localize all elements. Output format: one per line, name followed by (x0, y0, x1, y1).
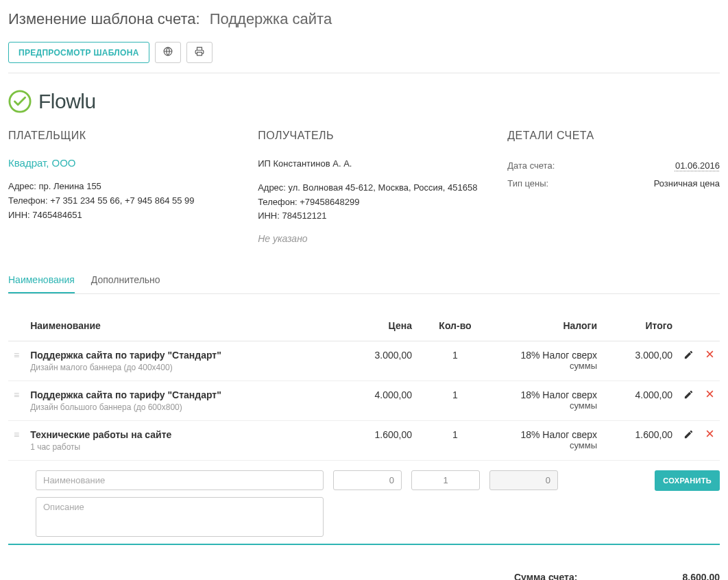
item-price: 3.000,00 (342, 341, 417, 381)
item-tax-sub: суммы (498, 440, 597, 450)
drag-handle-icon[interactable]: ≡ (8, 381, 25, 421)
item-qty: 1 (417, 341, 493, 381)
item-title: Поддержка сайта по тарифу "Стандарт" (30, 350, 337, 361)
item-tax-sub: суммы (498, 400, 597, 411)
invoice-date-value[interactable]: 01.06.2016 (675, 157, 720, 175)
payer-address: Адрес: пр. Ленина 155 (8, 180, 244, 194)
item-total: 4.000,00 (603, 381, 678, 421)
tab-names[interactable]: Наименования (8, 267, 75, 293)
new-item-name-input[interactable] (36, 470, 324, 490)
totals: Сумма счета: 8.600,00 Налоги: 1.548,00 (8, 568, 720, 580)
recipient-name: ИП Константинов А. А. (258, 157, 494, 171)
item-desc: 1 час работы (30, 442, 337, 452)
delete-icon[interactable] (705, 350, 714, 359)
new-item-desc-input[interactable] (36, 497, 324, 537)
save-item-button[interactable]: СОХРАНИТЬ (655, 470, 720, 491)
payer-name[interactable]: Квадрат, ООО (8, 157, 244, 169)
page-title-value: Поддержка сайта (210, 10, 332, 28)
page-title-label: Изменение шаблона счета: (8, 10, 200, 28)
edit-icon[interactable] (683, 429, 694, 439)
drag-handle-icon[interactable]: ≡ (8, 421, 25, 461)
toolbar: ПРЕДПРОСМОТР ШАБЛОНА (8, 35, 720, 73)
table-row: ≡Поддержка сайта по тарифу "Стандарт"Диз… (8, 341, 720, 381)
edit-icon[interactable] (683, 389, 694, 400)
edit-icon[interactable] (683, 350, 694, 360)
payer-phone: Телефон: +7 351 234 55 66, +7 945 864 55… (8, 194, 244, 208)
payer-inn: ИНН: 7465484651 (8, 208, 244, 223)
col-tax: Налоги (493, 313, 603, 341)
drag-handle-icon[interactable]: ≡ (8, 341, 25, 381)
col-name: Наименование (25, 313, 342, 341)
invoice-date-label: Дата счета: (507, 157, 555, 175)
col-qty: Кол-во (417, 313, 493, 341)
print-icon (195, 47, 204, 58)
logo: Flowlu (8, 73, 720, 130)
recipient-section: ПОЛУЧАТЕЛЬ ИП Константинов А. А. Адрес: … (258, 130, 494, 244)
recipient-not-specified: Не указано (258, 233, 494, 244)
globe-button[interactable] (155, 42, 181, 63)
items-table: Наименование Цена Кол-во Налоги Итого ≡П… (8, 313, 720, 461)
item-tax-sub: суммы (498, 361, 597, 371)
preview-template-button[interactable]: ПРЕДПРОСМОТР ШАБЛОНА (8, 42, 149, 63)
item-tax: 18% Налог сверх (498, 429, 597, 440)
item-qty: 1 (417, 381, 493, 421)
tabs: Наименования Дополнительно (8, 267, 720, 294)
item-price: 4.000,00 (342, 381, 417, 421)
price-type-label: Тип цены: (507, 175, 548, 193)
recipient-inn: ИНН: 784512121 (258, 209, 494, 223)
print-button[interactable] (186, 42, 213, 63)
item-title: Поддержка сайта по тарифу "Стандарт" (30, 389, 337, 400)
item-total: 1.600,00 (603, 421, 678, 461)
price-type-value: Розничная цена (654, 175, 720, 193)
item-qty: 1 (417, 421, 493, 461)
new-item-price-input[interactable] (333, 470, 402, 490)
page-header: Изменение шаблона счета: Поддержка сайта (8, 0, 720, 35)
recipient-title: ПОЛУЧАТЕЛЬ (258, 130, 494, 142)
svg-rect-1 (197, 52, 202, 56)
col-total: Итого (603, 313, 678, 341)
item-tax: 18% Налог сверх (498, 350, 597, 361)
globe-icon (163, 47, 173, 58)
payer-section: ПЛАТЕЛЬЩИК Квадрат, ООО Адрес: пр. Ленин… (8, 130, 244, 244)
total-sum-label: Сумма счета: (514, 572, 577, 580)
logo-check-icon (8, 90, 32, 113)
item-tax: 18% Налог сверх (498, 389, 597, 400)
item-desc: Дизайн малого баннера (до 400х400) (30, 363, 337, 372)
new-item-qty-input[interactable] (411, 470, 480, 490)
item-price: 1.600,00 (342, 421, 417, 461)
invoice-details-title: ДЕТАЛИ СЧЕТА (507, 130, 720, 142)
recipient-address: Адрес: ул. Волновая 45-612, Москва, Росс… (258, 181, 494, 195)
tab-extra[interactable]: Дополнительно (91, 267, 160, 293)
invoice-details-section: ДЕТАЛИ СЧЕТА Дата счета: 01.06.2016 Тип … (507, 130, 720, 244)
item-desc: Дизайн большого баннера (до 600х800) (30, 402, 337, 412)
table-row: ≡Поддержка сайта по тарифу "Стандарт"Диз… (8, 381, 720, 421)
delete-icon[interactable] (705, 429, 714, 438)
table-row: ≡Технические работы на сайте1 час работы… (8, 421, 720, 461)
recipient-phone: Телефон: +79458648299 (258, 195, 494, 210)
logo-text: Flowlu (38, 90, 96, 113)
col-price: Цена (342, 313, 417, 341)
add-item-row: СОХРАНИТЬ (8, 461, 720, 545)
new-item-total-input (489, 470, 558, 490)
item-total: 3.000,00 (603, 341, 678, 381)
payer-title: ПЛАТЕЛЬЩИК (8, 130, 244, 142)
total-sum-value: 8.600,00 (683, 572, 720, 580)
delete-icon[interactable] (705, 389, 714, 398)
item-title: Технические работы на сайте (30, 429, 337, 440)
